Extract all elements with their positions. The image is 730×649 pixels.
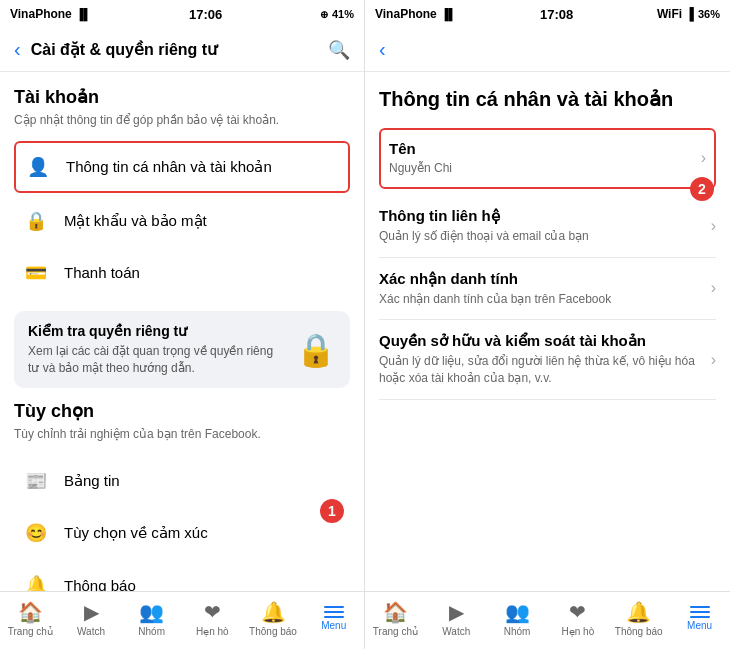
status-bar-left: VinaPhone ▐▌ 17:06 ⊕ 41% bbox=[0, 0, 364, 28]
list-item-name-title: Tên bbox=[389, 140, 452, 157]
status-right-right: WiFi ▐ 36% bbox=[657, 7, 720, 21]
menu-line-r3 bbox=[690, 616, 710, 618]
time-right: 17:08 bbox=[540, 7, 573, 22]
dating-label-left: Hẹn hò bbox=[196, 626, 229, 637]
list-item-contact[interactable]: Thông tin liên hệ Quản lý số điện thoại … bbox=[379, 195, 716, 258]
list-item-identity-content: Xác nhận danh tính Xác nhận danh tính củ… bbox=[379, 270, 611, 308]
privacy-card-sub: Xem lại các cài đặt quan trọng về quyền … bbox=[28, 343, 284, 377]
menu-item-newsfeed-label: Bảng tin bbox=[64, 472, 120, 490]
signal-icon-right: ▐▌ bbox=[441, 8, 457, 20]
time-left: 17:06 bbox=[189, 7, 222, 22]
status-left-right: VinaPhone ▐▌ bbox=[375, 7, 456, 21]
menu-line-r2 bbox=[690, 611, 710, 613]
account-section-sub: Cập nhật thông tin để góp phần bảo vệ tà… bbox=[14, 112, 350, 129]
menu-item-emotions[interactable]: 😊 Tùy chọn về cảm xúc bbox=[14, 507, 350, 559]
nav-dating-left[interactable]: ❤ Hẹn hò bbox=[182, 592, 243, 649]
menu-line-1 bbox=[324, 606, 344, 608]
home-icon-right: 🏠 bbox=[383, 600, 408, 624]
wifi-icon-right: WiFi ▐ bbox=[657, 7, 694, 21]
watch-label-left: Watch bbox=[77, 626, 105, 637]
groups-icon-left: 👥 bbox=[139, 600, 164, 624]
menu-lines-right bbox=[690, 606, 710, 618]
nav-dating-right[interactable]: ❤ Hẹn hò bbox=[547, 592, 608, 649]
notifications-nav-label-left: Thông báo bbox=[249, 626, 297, 637]
menu-line-r1 bbox=[690, 606, 710, 608]
top-nav-left: ‹ Cài đặt & quyền riêng tư 🔍 bbox=[0, 28, 364, 72]
left-content: Tài khoản Cập nhật thông tin để góp phần… bbox=[0, 72, 364, 591]
list-item-ownership-title: Quyền sở hữu và kiểm soát tài khoản bbox=[379, 332, 703, 350]
right-panel: VinaPhone ▐▌ 17:08 WiFi ▐ 36% ‹ Thông ti… bbox=[365, 0, 730, 649]
top-nav-right: ‹ bbox=[365, 28, 730, 72]
nav-groups-right[interactable]: 👥 Nhóm bbox=[487, 592, 548, 649]
list-item-contact-content: Thông tin liên hệ Quản lý số điện thoại … bbox=[379, 207, 589, 245]
signal-icon-left: ▐▌ bbox=[76, 8, 92, 20]
back-button-left[interactable]: ‹ bbox=[14, 38, 21, 61]
carrier-right: VinaPhone bbox=[375, 7, 437, 21]
menu-icon-left bbox=[324, 606, 344, 618]
privacy-check-card[interactable]: Kiểm tra quyền riêng tư Xem lại các cài … bbox=[14, 311, 350, 389]
menu-item-payment[interactable]: 💳 Thanh toán bbox=[14, 247, 350, 299]
list-item-identity[interactable]: Xác nhận danh tính Xác nhận danh tính củ… bbox=[379, 258, 716, 321]
list-item-name-content: Tên Nguyễn Chi bbox=[389, 140, 452, 177]
privacy-card-text: Kiểm tra quyền riêng tư Xem lại các cài … bbox=[28, 323, 284, 377]
bottom-nav-left: 🏠 Trang chủ ▶ Watch 👥 Nhóm ❤ Hẹn hò 🔔 Th… bbox=[0, 591, 364, 649]
nav-watch-right[interactable]: ▶ Watch bbox=[426, 592, 487, 649]
search-button-left[interactable]: 🔍 bbox=[328, 39, 350, 61]
menu-item-personal-info-label: Thông tin cá nhân và tài khoản bbox=[66, 158, 272, 176]
nav-title-left: Cài đặt & quyền riêng tư bbox=[31, 40, 328, 59]
menu-item-notifications-label: Thông báo bbox=[64, 577, 136, 591]
battery-right: 36% bbox=[698, 8, 720, 20]
status-bar-right: VinaPhone ▐▌ 17:08 WiFi ▐ 36% bbox=[365, 0, 730, 28]
dating-icon-right: ❤ bbox=[569, 600, 586, 624]
menu-item-password[interactable]: 🔒 Mật khẩu và bảo mật bbox=[14, 195, 350, 247]
chevron-name: › bbox=[701, 149, 706, 167]
home-icon-left: 🏠 bbox=[18, 600, 43, 624]
list-item-name[interactable]: Tên Nguyễn Chi › bbox=[379, 128, 716, 189]
watch-icon-right: ▶ bbox=[449, 600, 464, 624]
dating-label-right: Hẹn hò bbox=[562, 626, 595, 637]
menu-item-personal-info[interactable]: 👤 Thông tin cá nhân và tài khoản bbox=[14, 141, 350, 193]
account-section: Tài khoản Cập nhật thông tin để góp phần… bbox=[14, 86, 350, 299]
right-content: Thông tin cá nhân và tài khoản Tên Nguyễ… bbox=[365, 72, 730, 591]
menu-line-2 bbox=[324, 611, 344, 613]
password-icon: 🔒 bbox=[20, 205, 52, 237]
nav-notifications-left[interactable]: 🔔 Thông báo bbox=[243, 592, 304, 649]
nav-home-right[interactable]: 🏠 Trang chủ bbox=[365, 592, 426, 649]
menu-item-newsfeed[interactable]: 📰 Bảng tin bbox=[14, 455, 350, 507]
status-left: VinaPhone ▐▌ bbox=[10, 7, 91, 21]
nav-groups-left[interactable]: 👥 Nhóm bbox=[121, 592, 182, 649]
nav-notifications-right[interactable]: 🔔 Thông báo bbox=[608, 592, 669, 649]
home-label-left: Trang chủ bbox=[8, 626, 53, 637]
list-item-ownership-content: Quyền sở hữu và kiểm soát tài khoản Quản… bbox=[379, 332, 703, 387]
list-item-ownership[interactable]: Quyền sở hữu và kiểm soát tài khoản Quản… bbox=[379, 320, 716, 400]
options-section-sub: Tùy chỉnh trải nghiệm của bạn trên Faceb… bbox=[14, 426, 350, 443]
menu-item-notifications[interactable]: 🔔 Thông báo bbox=[14, 559, 350, 591]
label-badge-1: 1 bbox=[320, 499, 344, 523]
bottom-nav-right: 🏠 Trang chủ ▶ Watch 👥 Nhóm ❤ Hẹn hò 🔔 Th… bbox=[365, 591, 730, 649]
battery-left: 41% bbox=[332, 8, 354, 20]
privacy-card-title: Kiểm tra quyền riêng tư bbox=[28, 323, 284, 339]
list-item-contact-title: Thông tin liên hệ bbox=[379, 207, 589, 225]
menu-line-3 bbox=[324, 616, 344, 618]
label-badge-2: 2 bbox=[690, 177, 714, 201]
menu-label-right: Menu bbox=[687, 620, 712, 631]
carrier-left: VinaPhone bbox=[10, 7, 72, 21]
nav-menu-left[interactable]: Menu bbox=[303, 592, 364, 649]
chevron-identity: › bbox=[711, 279, 716, 297]
watch-label-right: Watch bbox=[442, 626, 470, 637]
nav-home-left[interactable]: 🏠 Trang chủ bbox=[0, 592, 61, 649]
groups-label-left: Nhóm bbox=[138, 626, 165, 637]
list-item-name-sub: Nguyễn Chi bbox=[389, 160, 452, 177]
menu-item-payment-label: Thanh toán bbox=[64, 264, 140, 281]
back-button-right[interactable]: ‹ bbox=[379, 38, 386, 61]
nav-watch-left[interactable]: ▶ Watch bbox=[61, 592, 122, 649]
menu-item-emotions-label: Tùy chọn về cảm xúc bbox=[64, 524, 208, 542]
nav-menu-right[interactable]: Menu bbox=[669, 592, 730, 649]
privacy-lock-icon: 🔒 bbox=[296, 331, 336, 369]
status-right-left: ⊕ 41% bbox=[320, 8, 354, 20]
location-icon: ⊕ bbox=[320, 9, 328, 20]
account-section-title: Tài khoản bbox=[14, 86, 350, 108]
menu-lines-left bbox=[324, 606, 344, 618]
chevron-contact: › bbox=[711, 217, 716, 235]
notifications-nav-label-right: Thông báo bbox=[615, 626, 663, 637]
